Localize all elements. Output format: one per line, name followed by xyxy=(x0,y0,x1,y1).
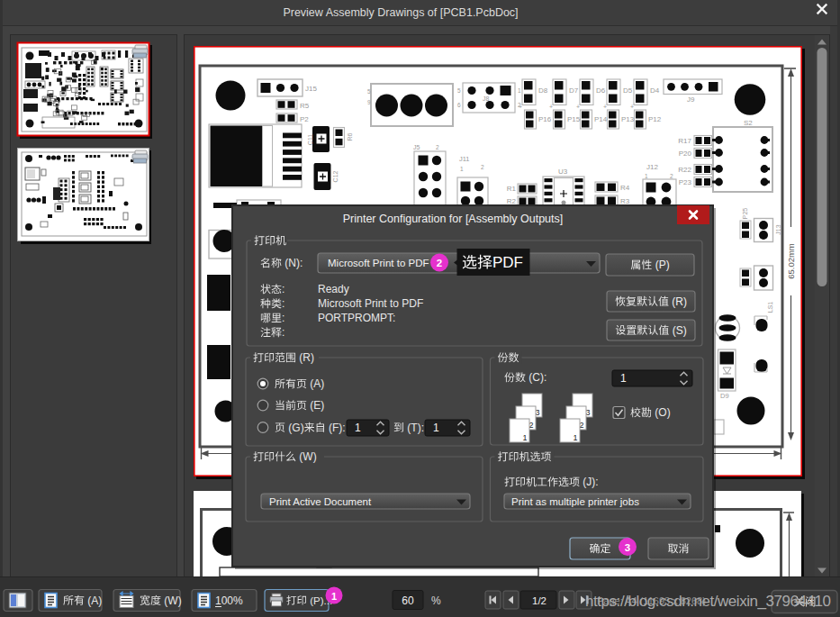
svg-text::: : xyxy=(282,283,285,295)
svg-text:R3: R3 xyxy=(620,197,630,205)
svg-text:1: 1 xyxy=(620,372,627,385)
svg-text:R2: R2 xyxy=(507,197,517,205)
svg-text:https://blog.csdn.net/weixin_3: https://blog.csdn.net/weixin_37964410 xyxy=(585,593,831,610)
svg-text:65.02mm: 65.02mm xyxy=(786,243,796,279)
svg-text:J13: J13 xyxy=(775,224,781,234)
svg-text:R4: R4 xyxy=(620,184,630,192)
svg-text:D6: D6 xyxy=(596,86,606,95)
svg-text:1: 1 xyxy=(645,173,648,179)
svg-text:P2: P2 xyxy=(300,115,309,123)
svg-text:R6: R6 xyxy=(347,132,353,141)
svg-text:PDF: PDF xyxy=(492,254,523,271)
svg-text:P20: P20 xyxy=(679,150,692,158)
svg-text:(R): (R) xyxy=(299,351,314,364)
svg-text:9: 9 xyxy=(367,99,371,105)
svg-text:(W): (W) xyxy=(299,450,316,463)
svg-text:100%: 100% xyxy=(215,594,243,607)
svg-text:1: 1 xyxy=(522,433,527,442)
svg-text:C12: C12 xyxy=(332,170,339,182)
svg-text:R5: R5 xyxy=(300,102,310,110)
svg-text:C11: C11 xyxy=(307,134,313,145)
svg-text:+: + xyxy=(603,104,607,110)
svg-text:1/2: 1/2 xyxy=(532,595,546,606)
svg-text:J5: J5 xyxy=(413,144,420,150)
svg-text:P25: P25 xyxy=(742,208,748,220)
svg-text:1: 1 xyxy=(433,422,439,434)
svg-text:+: + xyxy=(549,104,553,110)
svg-text:+: + xyxy=(519,104,522,110)
svg-text:(A): (A) xyxy=(310,377,324,390)
svg-text:(C):: (C): xyxy=(528,371,546,384)
svg-text:1: 1 xyxy=(331,591,337,602)
svg-text:Print as multiple printer jobs: Print as multiple printer jobs xyxy=(511,496,639,507)
svg-text:S2: S2 xyxy=(744,119,753,127)
svg-text:(W): (W) xyxy=(164,594,181,607)
svg-text:J12: J12 xyxy=(646,163,658,171)
svg-text::: : xyxy=(282,297,285,310)
svg-text:(S): (S) xyxy=(673,324,687,337)
svg-text:P23: P23 xyxy=(679,178,692,186)
svg-text:2: 2 xyxy=(436,144,439,150)
svg-text:D8: D8 xyxy=(538,86,548,95)
svg-text:Preview Assembly Drawings of [: Preview Assembly Drawings of [PCB1.PcbDo… xyxy=(283,6,518,19)
svg-text:(R): (R) xyxy=(672,295,687,308)
svg-text:(P): (P) xyxy=(655,259,670,271)
svg-text:J11: J11 xyxy=(459,155,470,163)
svg-text::: : xyxy=(282,312,285,324)
svg-text:1: 1 xyxy=(460,166,464,172)
svg-text:5: 5 xyxy=(367,88,371,95)
svg-text:(O): (O) xyxy=(655,406,670,419)
svg-text:Print Active Document: Print Active Document xyxy=(269,496,372,507)
svg-text:Printer Configuration for [Ass: Printer Configuration for [Assembly Outp… xyxy=(343,213,564,225)
svg-text:1: 1 xyxy=(355,422,361,434)
svg-text:Ready: Ready xyxy=(318,283,349,295)
svg-text:P15: P15 xyxy=(567,115,581,123)
svg-text:P13: P13 xyxy=(621,115,635,123)
svg-text:Microsoft Print to PDF: Microsoft Print to PDF xyxy=(328,258,429,268)
svg-text:+: + xyxy=(576,104,580,110)
svg-text:J9: J9 xyxy=(687,95,695,104)
svg-text:D4: D4 xyxy=(650,86,660,95)
svg-text:2: 2 xyxy=(481,164,484,170)
svg-text:(F):: (F): xyxy=(329,422,346,434)
svg-text:%: % xyxy=(431,594,441,607)
svg-text::: : xyxy=(282,326,285,339)
svg-text:60: 60 xyxy=(402,594,414,607)
svg-text:J15: J15 xyxy=(305,85,317,93)
svg-text:LS1: LS1 xyxy=(767,302,773,313)
svg-text:(A): (A) xyxy=(87,594,102,607)
svg-text:1: 1 xyxy=(573,433,577,442)
svg-text:R22: R22 xyxy=(678,166,691,174)
svg-text:5: 5 xyxy=(457,87,461,94)
svg-text:(T):: (T): xyxy=(407,422,424,434)
svg-text:P16: P16 xyxy=(538,115,552,123)
svg-text:D9: D9 xyxy=(720,392,729,400)
svg-text:(N):: (N): xyxy=(285,257,303,269)
svg-text:P14: P14 xyxy=(594,115,608,123)
svg-text:PORTPROMPT:: PORTPROMPT: xyxy=(318,312,395,324)
svg-text:(G): (G) xyxy=(288,422,303,434)
svg-text:P12: P12 xyxy=(648,115,662,123)
svg-text:(J):: (J): xyxy=(583,476,598,488)
svg-text:+: + xyxy=(630,104,634,110)
svg-text:R1: R1 xyxy=(507,185,517,193)
svg-text:R17: R17 xyxy=(678,137,691,145)
svg-text:2: 2 xyxy=(670,173,673,179)
svg-text:(E): (E) xyxy=(310,399,324,412)
svg-text:Microsoft Print to PDF: Microsoft Print to PDF xyxy=(318,297,423,310)
svg-text:3: 3 xyxy=(625,542,630,553)
svg-text:D5: D5 xyxy=(623,86,633,95)
svg-text:2: 2 xyxy=(437,258,442,268)
svg-text:6: 6 xyxy=(457,102,461,108)
svg-text:J8: J8 xyxy=(483,95,490,102)
svg-text:U3: U3 xyxy=(558,168,568,176)
svg-text:D7: D7 xyxy=(569,86,579,95)
svg-text:1: 1 xyxy=(518,87,521,94)
